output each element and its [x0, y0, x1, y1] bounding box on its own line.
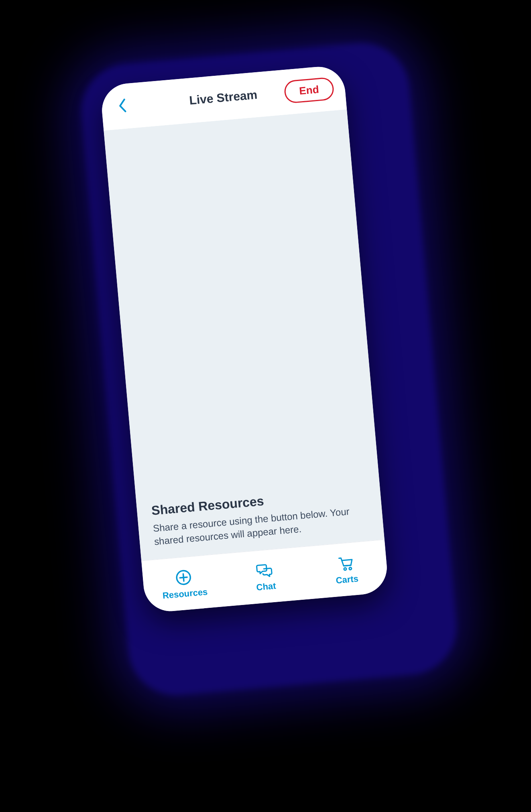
end-button[interactable]: End — [283, 77, 335, 104]
content-area: Shared Resources Share a resource using … — [104, 110, 384, 561]
tab-resources-label: Resources — [162, 587, 208, 601]
svg-line-2 — [180, 577, 187, 578]
chat-bubbles-icon — [255, 560, 275, 580]
tab-carts-label: Carts — [336, 573, 359, 586]
tab-carts[interactable]: Carts — [303, 540, 389, 599]
cart-icon — [336, 554, 355, 573]
svg-point-3 — [344, 568, 346, 570]
stream-placeholder — [104, 110, 379, 497]
plus-circle-icon — [174, 568, 193, 587]
back-button[interactable] — [112, 96, 133, 117]
tab-chat[interactable]: Chat — [222, 547, 308, 606]
svg-point-4 — [349, 567, 352, 570]
phone-frame: Live Stream End Shared Resources Share a… — [100, 65, 389, 613]
tab-chat-label: Chat — [256, 581, 277, 593]
chevron-left-icon — [117, 97, 128, 115]
tab-resources[interactable]: Resources — [141, 554, 227, 613]
